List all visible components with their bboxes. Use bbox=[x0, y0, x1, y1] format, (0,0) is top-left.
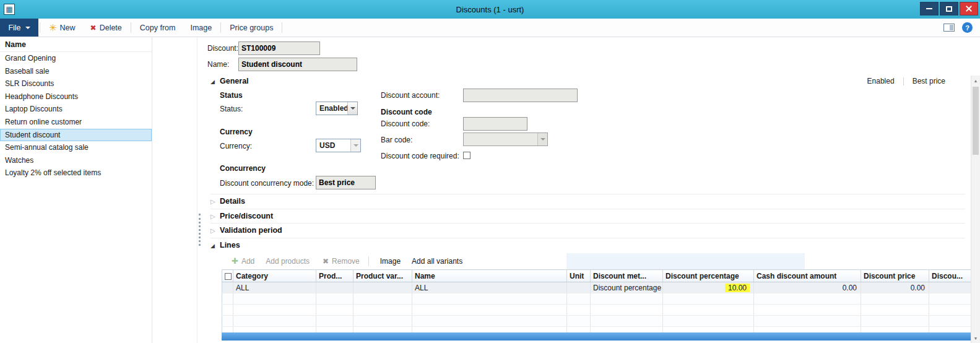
summary-concurrency: Best price bbox=[913, 77, 945, 85]
grid-empty-row[interactable] bbox=[222, 305, 971, 316]
section-price-discount-header[interactable]: Price/discount bbox=[210, 209, 965, 222]
scroll-down-icon[interactable] bbox=[971, 334, 980, 342]
discount-list-item[interactable]: Return online customer bbox=[0, 116, 152, 129]
section-validation-period-header[interactable]: Validation period bbox=[210, 223, 965, 237]
col-discount-method[interactable]: Discount met... bbox=[591, 270, 663, 282]
col-discount-price[interactable]: Discount price bbox=[861, 270, 929, 282]
discount-list-item[interactable]: Baseball sale bbox=[0, 65, 152, 78]
discount-id-field[interactable] bbox=[238, 41, 320, 55]
row-select-cell[interactable] bbox=[222, 282, 233, 293]
lines-horizontal-scrollbar[interactable] bbox=[222, 332, 971, 341]
file-menu-button[interactable]: File bbox=[0, 19, 38, 37]
discount-code-field[interactable] bbox=[463, 117, 527, 131]
new-button[interactable]: New bbox=[41, 19, 83, 37]
discount-list-item[interactable]: SLR Discounts bbox=[0, 77, 152, 90]
cell-discount-price[interactable]: 0.00 bbox=[861, 282, 929, 293]
section-general-header[interactable]: General Enabled Best price bbox=[210, 74, 965, 88]
col-name[interactable]: Name bbox=[412, 270, 567, 282]
add-line-button[interactable]: Add bbox=[232, 257, 254, 266]
toolbar-separator bbox=[368, 256, 369, 266]
app-icon bbox=[4, 4, 15, 15]
status-select[interactable]: Enabled bbox=[316, 102, 358, 115]
file-menu-label: File bbox=[8, 24, 20, 32]
col-discount-trailing[interactable]: Discou... bbox=[929, 270, 971, 282]
discount-name-field[interactable] bbox=[238, 58, 357, 71]
grid-row[interactable]: ALL ALL Discount percentage 10.00 0.00 0… bbox=[222, 282, 971, 293]
scrollbar-thumb[interactable] bbox=[973, 87, 979, 155]
discount-account-field[interactable] bbox=[463, 89, 578, 102]
close-button[interactable] bbox=[960, 2, 978, 15]
maximize-button[interactable] bbox=[940, 2, 958, 15]
list-header-name[interactable]: Name bbox=[0, 37, 152, 52]
titlebar[interactable]: Discounts (1 - usrt) bbox=[0, 0, 980, 19]
cell-trailing[interactable] bbox=[929, 282, 971, 293]
menubar-separator bbox=[220, 22, 221, 33]
bar-code-select[interactable] bbox=[463, 132, 548, 146]
image-button-label: Image bbox=[190, 24, 212, 32]
layout-pane-icon[interactable] bbox=[943, 24, 955, 32]
discount-list-item[interactable]: Laptop Discounts bbox=[0, 103, 152, 116]
currency-select[interactable]: USD bbox=[316, 139, 361, 152]
group-concurrency: Concurrency bbox=[220, 162, 266, 175]
col-unit[interactable]: Unit bbox=[567, 270, 591, 282]
remove-line-label: Remove bbox=[332, 257, 360, 266]
collapse-icon bbox=[210, 77, 220, 85]
col-discount-percentage[interactable]: Discount percentage bbox=[663, 270, 754, 282]
cell-name[interactable]: ALL bbox=[412, 282, 567, 293]
copy-from-label: Copy from bbox=[140, 24, 176, 32]
minimize-icon bbox=[926, 8, 932, 9]
delete-button[interactable]: Delete bbox=[83, 19, 129, 37]
cell-product[interactable] bbox=[316, 282, 353, 293]
dropdown-arrow-icon[interactable] bbox=[347, 102, 357, 115]
discount-list-item[interactable]: Grand Opening bbox=[0, 52, 152, 65]
col-cash-discount-amount[interactable]: Cash discount amount bbox=[754, 270, 861, 282]
vertical-scrollbar[interactable] bbox=[971, 76, 980, 343]
dropdown-arrow-icon[interactable] bbox=[350, 139, 360, 152]
col-product[interactable]: Prod... bbox=[316, 270, 353, 282]
menubar-right: ? bbox=[943, 19, 980, 37]
menubar-separator bbox=[131, 22, 131, 33]
splitter-handle[interactable] bbox=[199, 214, 201, 246]
discount-id-label: Discount: bbox=[207, 42, 238, 54]
col-category[interactable]: Category bbox=[233, 270, 316, 282]
image-button[interactable]: Image bbox=[183, 19, 219, 37]
discount-list-panel: Name Grand Opening Baseball sale SLR Dis… bbox=[0, 37, 197, 343]
maximize-icon bbox=[946, 6, 952, 12]
cell-product-variant[interactable] bbox=[353, 282, 412, 293]
section-details-header[interactable]: Details bbox=[210, 194, 965, 207]
group-discount-code: Discount code bbox=[381, 106, 432, 118]
help-icon[interactable]: ? bbox=[962, 22, 973, 33]
cell-category[interactable]: ALL bbox=[233, 282, 316, 293]
grid-empty-row[interactable] bbox=[222, 293, 971, 305]
cell-discount-percentage[interactable]: 10.00 bbox=[663, 282, 754, 293]
section-details-title: Details bbox=[220, 197, 245, 206]
add-all-variants-button[interactable]: Add all variants bbox=[412, 257, 462, 266]
discount-code-required-checkbox[interactable] bbox=[463, 152, 470, 159]
concurrency-mode-field[interactable] bbox=[316, 176, 376, 189]
discount-list-item-selected[interactable]: Student discount bbox=[0, 129, 152, 142]
discount-code-label: Discount code: bbox=[381, 118, 430, 130]
section-lines-header[interactable]: Lines bbox=[210, 238, 965, 251]
copy-from-button[interactable]: Copy from bbox=[132, 19, 183, 37]
price-groups-button[interactable]: Price groups bbox=[222, 19, 280, 37]
expand-icon bbox=[210, 212, 220, 220]
add-products-button[interactable]: Add products bbox=[266, 257, 310, 266]
cell-unit[interactable] bbox=[567, 282, 591, 293]
remove-icon bbox=[323, 257, 329, 266]
cell-cash-discount-amount[interactable]: 0.00 bbox=[754, 282, 861, 293]
scroll-up-icon[interactable] bbox=[971, 76, 980, 85]
discount-list-item[interactable]: Headphone Discounts bbox=[0, 90, 152, 103]
select-all-header[interactable] bbox=[222, 270, 233, 282]
dropdown-arrow-icon[interactable] bbox=[537, 133, 547, 145]
select-all-checkbox[interactable] bbox=[225, 273, 232, 280]
grid-empty-row[interactable] bbox=[222, 316, 971, 327]
col-product-variant[interactable]: Product var... bbox=[353, 270, 412, 282]
cell-discount-method[interactable]: Discount percentage bbox=[591, 282, 663, 293]
remove-line-button[interactable]: Remove bbox=[323, 257, 360, 266]
minimize-button[interactable] bbox=[920, 2, 939, 15]
discount-list-item[interactable]: Semi-annual catalog sale bbox=[0, 141, 152, 154]
line-image-button[interactable]: Image bbox=[380, 257, 401, 266]
discount-list-item[interactable]: Loyalty 2% off selected items bbox=[0, 167, 152, 180]
discount-list-item[interactable]: Watches bbox=[0, 154, 152, 167]
discounts-window: Discounts (1 - usrt) File New Delete Cop… bbox=[0, 0, 980, 343]
